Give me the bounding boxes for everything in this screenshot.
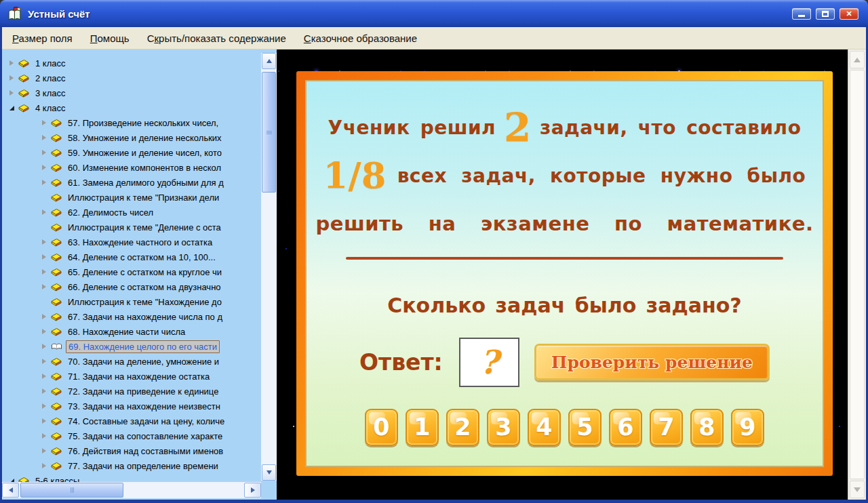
check-solution-button[interactable]: Проверить решение (534, 344, 770, 380)
number-key-4[interactable]: 4 (528, 409, 561, 446)
number-key-8[interactable]: 8 (690, 409, 724, 446)
tree-item[interactable]: 74. Составные задачи на цену, количе (2, 414, 261, 428)
expand-arrow-icon[interactable] (7, 60, 16, 66)
tree-item-label: 62. Делимость чисел (66, 207, 155, 218)
vertical-scroll-thumb[interactable] (262, 72, 276, 193)
expand-arrow-icon[interactable] (39, 135, 49, 140)
scroll-right-button[interactable] (244, 483, 261, 498)
expand-arrow-icon[interactable] (39, 388, 49, 394)
tree-item-label: 66. Деление с остатком на двузначно (66, 281, 223, 293)
expand-arrow-icon[interactable] (39, 359, 49, 364)
tree-item[interactable]: 72. Задачи на приведение к единице (2, 384, 261, 399)
tree-item[interactable]: 59. Умножение и деление чисел, кото (2, 145, 261, 160)
expand-arrow-icon[interactable] (39, 374, 49, 379)
expand-arrow-icon[interactable] (39, 254, 49, 260)
menu-item-4[interactable]: Сказочное образование (295, 29, 426, 47)
expand-arrow-icon[interactable] (39, 448, 49, 454)
tree-item[interactable]: 73. Задачи на нахождение неизвестн (2, 399, 261, 414)
arrow-right-icon (251, 487, 255, 493)
tree-vertical-scrollbar[interactable] (261, 53, 277, 481)
expand-arrow-icon[interactable] (39, 284, 49, 289)
tree-item[interactable]: Иллюстрация к теме "Нахождение до (2, 294, 261, 309)
expand-arrow-icon[interactable] (39, 180, 49, 185)
tree-item[interactable]: 75. Задачи на сопоставление характе (2, 428, 261, 443)
scroll-up-button[interactable] (262, 53, 276, 69)
horizontal-scroll-thumb[interactable] (20, 483, 123, 498)
tree-item[interactable]: 66. Деление с остатком на двузначно (2, 279, 261, 294)
tree-horizontal-scrollbar[interactable] (2, 482, 261, 498)
tree-item[interactable]: 63. Нахождение частного и остатка (2, 235, 261, 249)
tree-item[interactable]: 57. Произведение нескольких чисел, (2, 115, 261, 130)
tree-item[interactable]: 4 класс (2, 100, 261, 115)
collapse-arrow-icon[interactable] (7, 106, 16, 110)
tree-item[interactable]: 64. Деление с остатком на 10, 100... (2, 249, 261, 264)
tree-item[interactable]: 2 класс (2, 71, 261, 85)
number-key-1[interactable]: 1 (406, 409, 439, 446)
expand-arrow-icon[interactable] (39, 165, 49, 170)
tree-item[interactable]: Иллюстрация к теме "Признаки дели (2, 190, 261, 205)
stage-vertical-scrollbar[interactable] (848, 49, 866, 500)
tree-item[interactable]: 67. Задачи на нахождение числа по д (2, 309, 261, 324)
answer-box[interactable]: ? (459, 338, 519, 387)
tree-item[interactable]: 1 класс (2, 56, 261, 71)
expand-arrow-icon[interactable] (39, 314, 49, 319)
tree-item[interactable]: 70. Задачи на деление, умножение и (2, 354, 261, 369)
tree-item[interactable]: 62. Делимость чисел (2, 205, 261, 220)
menu-item-1[interactable]: Размер поля (3, 29, 81, 47)
tree-item[interactable]: 58. Умножение и деление нескольких (2, 130, 261, 145)
scroll-left-button[interactable] (2, 483, 19, 498)
tree-item[interactable]: 77. Задачи на определение времени (2, 458, 261, 473)
arrow-down-icon (267, 470, 272, 475)
tree-item[interactable]: 69. Нахождение целого по его части (2, 339, 261, 354)
number-key-6[interactable]: 6 (609, 409, 642, 446)
menu-item-2[interactable]: Помощь (81, 29, 138, 47)
scroll-down-button[interactable] (262, 464, 276, 481)
expand-arrow-icon[interactable] (39, 150, 49, 155)
minimize-button[interactable] (792, 8, 811, 20)
number-key-3[interactable]: 3 (487, 409, 520, 446)
tree-item[interactable]: 65. Деление с остатком на круглое чи (2, 264, 261, 279)
book-icon (18, 104, 30, 113)
divider-line (346, 257, 783, 260)
expand-arrow-icon[interactable] (39, 433, 49, 439)
tree-item[interactable]: 61. Замена делимого удобными для д (2, 175, 261, 190)
tree-item[interactable]: 71. Задачи на нахождение остатка (2, 369, 261, 384)
expand-arrow-icon[interactable] (39, 403, 49, 409)
menu-item-3[interactable]: Скрыть/показать содержание (138, 29, 295, 47)
tree-item[interactable]: 3 класс (2, 85, 261, 100)
expand-arrow-icon[interactable] (39, 463, 49, 468)
book-icon (18, 59, 30, 68)
tree-item[interactable]: 68. Нахождение части числа (2, 324, 261, 339)
book-icon (51, 268, 62, 277)
maximize-icon (822, 11, 829, 17)
number-key-5[interactable]: 5 (568, 409, 601, 446)
tree-item[interactable]: 60. Изменение компонентов в нескол (2, 160, 261, 175)
book-icon (51, 313, 62, 321)
scroll-up-button[interactable] (850, 51, 865, 68)
tree-item[interactable]: 76. Действия над составными именов (2, 443, 261, 458)
expand-arrow-icon[interactable] (39, 418, 49, 424)
expand-arrow-icon[interactable] (7, 75, 16, 81)
tree-item-label: 76. Действия над составными именов (66, 445, 225, 457)
problem-text: всех задач, которые нужно было (397, 165, 806, 187)
expand-arrow-icon[interactable] (39, 120, 49, 125)
close-button[interactable]: ✕ (840, 8, 859, 20)
scroll-down-button[interactable] (850, 481, 865, 498)
expand-arrow-icon[interactable] (39, 329, 49, 334)
expand-arrow-icon[interactable] (39, 344, 49, 349)
number-key-2[interactable]: 2 (446, 409, 479, 446)
tree-item-label: 64. Деление с остатком на 10, 100... (66, 252, 218, 263)
expand-arrow-icon[interactable] (39, 239, 49, 245)
tree-item[interactable]: Иллюстрация к теме "Деление с оста (2, 220, 261, 235)
expand-arrow-icon[interactable] (39, 269, 49, 275)
star-dot (839, 426, 840, 427)
vertical-scroll-thumb[interactable] (850, 70, 865, 479)
number-keypad: 0123456789 (365, 409, 764, 446)
expand-arrow-icon[interactable] (39, 209, 49, 215)
expand-arrow-icon[interactable] (7, 90, 16, 96)
number-key-7[interactable]: 7 (650, 409, 683, 446)
number-key-9[interactable]: 9 (731, 409, 764, 446)
maximize-button[interactable] (816, 8, 835, 20)
number-key-0[interactable]: 0 (365, 409, 398, 446)
problem-card: Ученик решил 2 задачи, что составило 1/8… (296, 71, 833, 476)
